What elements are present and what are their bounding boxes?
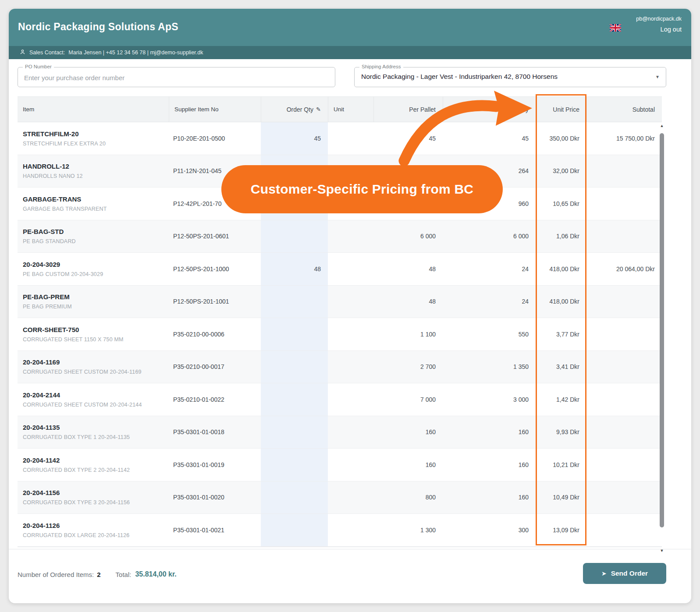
per-pallet-cell: 1 100 [373,318,443,350]
unit-cell [328,449,373,481]
shipping-address-select[interactable]: Shipping Address Nordic Packaging - Lage… [354,67,666,87]
supplier-item-no: P35-0301-01-0019 [169,449,261,481]
min-quantity-cell: 45 [443,122,536,155]
min-quantity-cell: 550 [443,318,536,350]
person-icon [19,49,26,57]
unit-cell [328,318,373,350]
item-description: GARBAGE BAG TRANSPARENT [23,206,107,212]
subtotal-cell [586,286,662,318]
order-qty-cell[interactable] [261,220,328,253]
table-row: 20-204-1135 CORRUGATED BOX TYPE 1 20-204… [18,416,662,449]
supplier-item-no: P35-0210-01-0022 [169,383,261,416]
item-code: 20-204-1156 [23,489,130,496]
subtotal-cell [586,187,662,220]
col-supplier-item-no: Supplier Item No [169,97,261,122]
item-code: PE-BAG-STD [23,228,76,235]
per-pallet-cell: 160 [373,416,443,449]
supplier-item-no: P35-0301-01-0021 [169,514,261,546]
table-row: 20-204-2144 CORRUGATED SHEET CUSTOM 20-2… [18,383,662,416]
send-order-label: Send Order [611,570,648,577]
subtotal-cell [586,383,662,416]
item-code: CORR-SHEET-750 [23,326,124,333]
col-subtotal: Subtotal [586,97,662,122]
po-number-input[interactable] [18,67,326,88]
item-code: 20-204-3029 [23,261,103,268]
unit-cell [328,514,373,546]
order-qty-cell[interactable] [261,318,328,350]
item-code: HANDROLL-12 [23,163,83,170]
table-header: Item Supplier Item No Order Qty ✎ Unit P… [18,96,662,122]
unit-price-cell: 10,21 Dkr [536,449,586,481]
sales-contact-value: Maria Jensen | +45 12 34 56 78 | mj@demo… [68,50,203,56]
supplier-item-no: P35-0210-00-0017 [169,351,261,383]
subtotal-cell: 15 750,00 Dkr [586,122,662,155]
order-qty-cell[interactable] [261,383,328,416]
min-quantity-cell: 160 [443,416,536,449]
subtotal-cell [586,155,662,187]
table-row: PE-BAG-PREM PE BAG PREMIUM P12-50PS-201-… [18,286,662,318]
unit-cell [328,220,373,253]
edit-pencil-icon: ✎ [316,106,321,113]
unit-cell [328,383,373,416]
item-description: CORRUGATED SHEET 1150 X 750 MM [23,336,124,343]
item-code: 20-204-1142 [23,456,130,464]
ordered-items-label: Number of Ordered Items: [18,571,94,578]
per-pallet-cell: 2 700 [373,351,443,383]
unit-cell [328,481,373,514]
subtotal-cell [586,416,662,449]
scroll-up-icon[interactable]: ▲ [659,124,664,128]
subtotal-cell [586,220,662,253]
item-description: CORRUGATED BOX LARGE 20-204-1126 [23,532,130,538]
order-portal-page: Nordic Packaging Solutions ApS pb@nordic… [0,0,700,612]
per-pallet-cell: 48 [373,286,443,318]
order-qty-cell[interactable] [261,481,328,514]
min-quantity-cell: 160 [443,481,536,514]
language-flag-icon[interactable] [610,24,621,32]
unit-cell [328,416,373,449]
min-quantity-cell: 6 000 [443,220,536,253]
item-description: PE BAG PREMIUM [23,304,72,310]
min-quantity-cell: 24 [443,286,536,318]
unit-price-cell: 350,00 Dkr [536,122,586,155]
item-code: 20-204-2144 [23,391,142,399]
per-pallet-cell: 45 [373,122,443,155]
table-row: 20-204-1142 CORRUGATED BOX TYPE 2 20-204… [18,449,662,481]
order-qty-cell[interactable]: 45 [261,122,328,155]
per-pallet-cell: 800 [373,481,443,514]
order-qty-cell[interactable] [261,286,328,318]
order-qty-cell[interactable] [261,514,328,546]
per-pallet-cell: 48 [373,253,443,285]
unit-cell [328,286,373,318]
table-row: 20-204-1126 CORRUGATED BOX LARGE 20-204-… [18,514,662,547]
order-qty-cell[interactable] [261,351,328,383]
supplier-item-no: P12-50PS-201-1000 [169,253,261,285]
min-quantity-cell: 3 000 [443,383,536,416]
pricing-callout-text: Customer-Specific Pricing from BC [251,182,473,197]
order-qty-cell[interactable] [261,449,328,481]
subtotal-cell [586,481,662,514]
order-qty-cell[interactable]: 48 [261,253,328,285]
item-code: GARBAGE-TRANS [23,195,107,203]
item-code: 20-204-1169 [23,358,142,366]
col-unit: Unit [328,97,373,122]
supplier-item-no: P10-20E-201-0500 [169,122,261,155]
subtotal-cell [586,514,662,546]
item-code: 20-204-1126 [23,522,130,529]
item-description: HANDROLLS NANO 12 [23,173,83,179]
min-quantity-cell: 1 350 [443,351,536,383]
order-summary: Number of Ordered Items: 2 Total: 35.814… [18,564,177,584]
scrollbar-thumb[interactable] [660,133,664,527]
logout-button[interactable]: Log out [636,26,682,33]
table-row: 20-204-1169 CORRUGATED SHEET CUSTOM 20-2… [18,351,662,384]
unit-price-cell: 3,77 Dkr [536,318,586,350]
item-description: CORRUGATED SHEET CUSTOM 20-204-1169 [23,369,142,375]
send-order-button[interactable]: ➤ Send Order [583,563,666,584]
unit-price-cell: 3,41 Dkr [536,351,586,383]
pricing-callout: Customer-Specific Pricing from BC [221,165,503,213]
supplier-item-no: P35-0301-01-0020 [169,481,261,514]
subtotal-cell [586,449,662,481]
order-qty-cell[interactable] [261,416,328,449]
page-title: Nordic Packaging Solutions ApS [18,21,178,33]
unit-cell [328,351,373,383]
unit-cell [328,122,373,155]
